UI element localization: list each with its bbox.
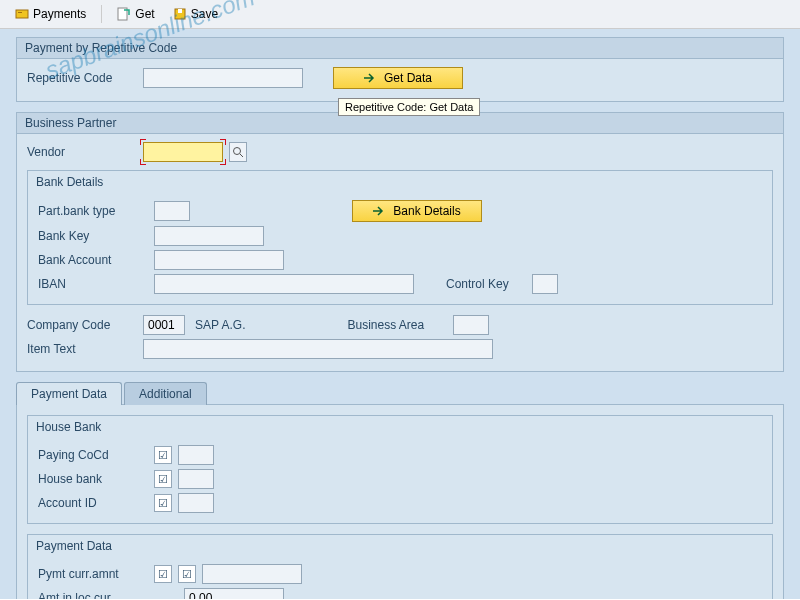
- company-code-name: SAP A.G.: [195, 318, 245, 332]
- bank-key-label: Bank Key: [38, 229, 148, 243]
- main-area: Payment by Repetitive Code Repetitive Co…: [0, 29, 800, 599]
- house-bank-input[interactable]: [178, 469, 214, 489]
- svg-line-6: [240, 154, 243, 157]
- business-area-label: Business Area: [347, 318, 447, 332]
- item-text-label: Item Text: [27, 342, 137, 356]
- house-bank-checkbox[interactable]: ☑: [154, 470, 172, 488]
- vendor-input[interactable]: [143, 142, 223, 162]
- paying-cocd-input[interactable]: [178, 445, 214, 465]
- save-button[interactable]: Save: [166, 4, 225, 24]
- tab-content: House Bank Paying CoCd ☑ House bank ☑ Ac…: [16, 404, 784, 599]
- payments-button[interactable]: Payments: [8, 4, 93, 24]
- svg-rect-4: [178, 9, 182, 13]
- pymt-curr-checkbox2[interactable]: ☑: [178, 565, 196, 583]
- search-icon: [232, 146, 244, 158]
- business-partner-title: Business Partner: [17, 113, 783, 134]
- house-bank-title: House Bank: [28, 416, 772, 439]
- get-data-label: Get Data: [384, 71, 432, 85]
- account-id-checkbox[interactable]: ☑: [154, 494, 172, 512]
- tab-additional[interactable]: Additional: [124, 382, 207, 405]
- bank-details-btn-label: Bank Details: [393, 204, 460, 218]
- business-area-input[interactable]: [453, 315, 489, 335]
- repetitive-code-input[interactable]: [143, 68, 303, 88]
- payments-icon: [15, 7, 29, 21]
- repetitive-code-title: Payment by Repetitive Code: [17, 38, 783, 59]
- tooltip: Repetitive Code: Get Data: [338, 98, 480, 116]
- svg-rect-1: [18, 12, 22, 13]
- control-key-input[interactable]: [532, 274, 558, 294]
- house-bank-group: House Bank Paying CoCd ☑ House bank ☑ Ac…: [27, 415, 773, 524]
- iban-label: IBAN: [38, 277, 148, 291]
- tab-payment-data[interactable]: Payment Data: [16, 382, 122, 405]
- separator: [101, 5, 102, 23]
- bank-account-input[interactable]: [154, 250, 284, 270]
- pymt-curr-checkbox1[interactable]: ☑: [154, 565, 172, 583]
- get-icon: [117, 7, 131, 21]
- paying-cocd-label: Paying CoCd: [38, 448, 148, 462]
- get-button[interactable]: Get: [110, 4, 161, 24]
- business-partner-group: Business Partner Vendor Bank Details: [16, 112, 784, 372]
- arrow-right-icon: [373, 205, 387, 217]
- bank-key-input[interactable]: [154, 226, 264, 246]
- tab-strip: Payment Data Additional: [16, 382, 784, 405]
- toolbar: Payments Get Save: [0, 0, 800, 29]
- pymt-curr-label: Pymt curr.amnt: [38, 567, 148, 581]
- account-id-label: Account ID: [38, 496, 148, 510]
- get-label: Get: [135, 7, 154, 21]
- bank-details-button[interactable]: Bank Details: [352, 200, 482, 222]
- control-key-label: Control Key: [446, 277, 526, 291]
- amt-loc-label: Amt.in loc.cur.: [38, 591, 148, 599]
- save-icon: [173, 7, 187, 21]
- vendor-label: Vendor: [27, 145, 137, 159]
- company-code-label: Company Code: [27, 318, 137, 332]
- bank-account-label: Bank Account: [38, 253, 148, 267]
- house-bank-label: House bank: [38, 472, 148, 486]
- vendor-search-help[interactable]: [229, 142, 247, 162]
- account-id-input[interactable]: [178, 493, 214, 513]
- payment-data-inner-group: Payment Data Pymt curr.amnt ☑ ☑ Amt.in l…: [27, 534, 773, 599]
- repetitive-code-label: Repetitive Code: [27, 71, 137, 85]
- iban-input[interactable]: [154, 274, 414, 294]
- company-code-input[interactable]: [143, 315, 185, 335]
- bank-details-title: Bank Details: [28, 171, 772, 194]
- payments-label: Payments: [33, 7, 86, 21]
- get-data-button[interactable]: Get Data: [333, 67, 463, 89]
- payment-data-title: Payment Data: [28, 535, 772, 558]
- amt-loc-input[interactable]: [184, 588, 284, 599]
- arrow-right-icon: [364, 72, 378, 84]
- pymt-curr-input[interactable]: [202, 564, 302, 584]
- svg-point-5: [234, 148, 241, 155]
- item-text-input[interactable]: [143, 339, 493, 359]
- part-bank-type-label: Part.bank type: [38, 204, 148, 218]
- repetitive-code-group: Payment by Repetitive Code Repetitive Co…: [16, 37, 784, 102]
- svg-rect-0: [16, 10, 28, 18]
- vendor-field-wrapper: [143, 142, 223, 162]
- part-bank-type-input[interactable]: [154, 201, 190, 221]
- bank-details-group: Bank Details Part.bank type Bank Details: [27, 170, 773, 305]
- save-label: Save: [191, 7, 218, 21]
- paying-cocd-checkbox[interactable]: ☑: [154, 446, 172, 464]
